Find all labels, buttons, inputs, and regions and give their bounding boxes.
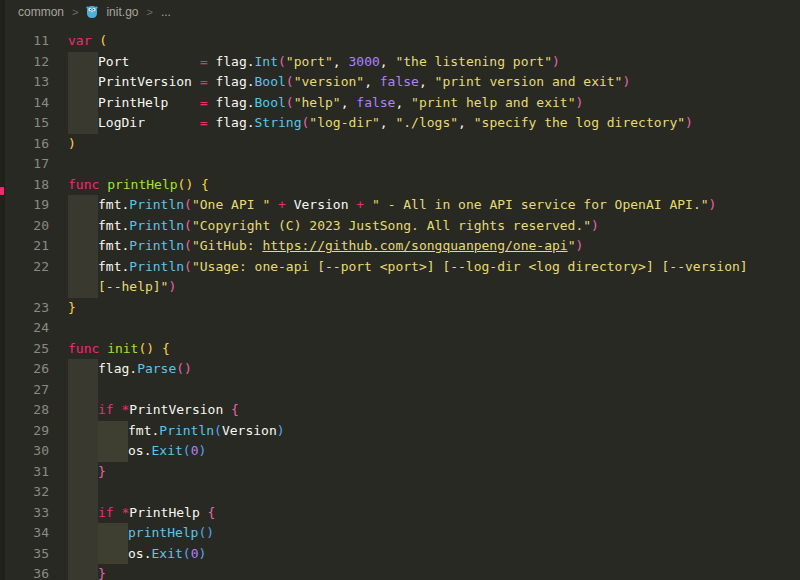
- code-token: flag.: [98, 361, 137, 376]
- code-token: {: [231, 402, 239, 417]
- code-line[interactable]: 27: [0, 380, 800, 401]
- code-token: if: [98, 505, 114, 520]
- line-number: 23: [0, 298, 49, 319]
- code-line[interactable]: 29fmt.Println(Version): [0, 421, 800, 442]
- code-token: "One API ": [192, 197, 270, 212]
- breadcrumb-more[interactable]: ...: [161, 5, 171, 19]
- code-text: [49, 380, 98, 401]
- code-token: Bool: [255, 74, 286, 89]
- code-line[interactable]: 16): [0, 134, 800, 155]
- indent-guide-highlight: [68, 359, 98, 380]
- code-token: fmt.: [98, 238, 129, 253]
- code-token: =: [200, 115, 208, 130]
- indent-guide-highlight: [68, 523, 98, 544]
- code-token: +: [356, 197, 364, 212]
- code-token: (: [214, 423, 222, 438]
- code-token: ): [575, 95, 583, 110]
- code-line[interactable]: 30os.Exit(0): [0, 441, 800, 462]
- code-line[interactable]: [--help]"): [0, 277, 800, 298]
- line-number: 29: [0, 421, 49, 442]
- code-text: fmt.Println("One API " + Version + " - A…: [49, 195, 716, 216]
- code-text: func printHelp() {: [49, 175, 209, 196]
- code-token: [154, 341, 162, 356]
- code-line[interactable]: 14PrintHelp = flag.Bool("help", false, "…: [0, 93, 800, 114]
- code-text: LogDir = flag.String("log-dir", "./logs"…: [49, 113, 693, 134]
- code-line[interactable]: 15LogDir = flag.String("log-dir", "./log…: [0, 113, 800, 134]
- code-token: [286, 197, 294, 212]
- breadcrumb-folder[interactable]: common: [18, 5, 64, 19]
- code-text: }: [49, 564, 106, 580]
- code-token: [--help]": [98, 279, 168, 294]
- code-token: "the listening port": [395, 54, 552, 69]
- indent-guide-highlight: [98, 544, 128, 565]
- code-token: (: [286, 95, 294, 110]
- code-line[interactable]: 17: [0, 154, 800, 175]
- indent-guide-highlight: [68, 257, 98, 278]
- code-line[interactable]: 36}: [0, 564, 800, 580]
- indent-guide-highlight: [68, 482, 98, 503]
- code-line[interactable]: 31}: [0, 462, 800, 483]
- indent-guide-highlight: [68, 277, 98, 298]
- code-token: "specify the log directory": [474, 115, 685, 130]
- code-token: [223, 402, 231, 417]
- line-number: 35: [0, 544, 49, 565]
- code-line[interactable]: 28if *PrintVersion {: [0, 400, 800, 421]
- code-line[interactable]: 34printHelp(): [0, 523, 800, 544]
- line-number: 15: [0, 113, 49, 134]
- code-line[interactable]: 20fmt.Println("Copyright (C) 2023 JustSo…: [0, 216, 800, 237]
- code-token: (): [176, 361, 192, 376]
- code-token: (): [178, 177, 194, 192]
- line-number: 21: [0, 236, 49, 257]
- code-token: if: [98, 402, 114, 417]
- code-line[interactable]: 24: [0, 318, 800, 339]
- code-token: (): [198, 525, 214, 540]
- indent-guide-highlight: [98, 421, 128, 442]
- code-token: (: [286, 74, 294, 89]
- code-token: ): [685, 115, 693, 130]
- code-token: fmt.: [98, 259, 129, 274]
- code-token: (): [138, 341, 154, 356]
- line-number: 30: [0, 441, 49, 462]
- indent-guide-highlight: [68, 113, 98, 134]
- code-line[interactable]: 33if *PrintHelp {: [0, 503, 800, 524]
- code-text: os.Exit(0): [49, 544, 206, 565]
- line-number: 18: [0, 175, 49, 196]
- code-token: ): [552, 54, 560, 69]
- code-text: [49, 154, 68, 175]
- code-line[interactable]: 13PrintVersion = flag.Bool("version", fa…: [0, 72, 800, 93]
- code-area[interactable]: 11var (12Port = flag.Int("port", 3000, "…: [0, 24, 800, 580]
- code-token: ,: [395, 95, 411, 110]
- line-number: 32: [0, 482, 49, 503]
- line-number: 26: [0, 359, 49, 380]
- code-line[interactable]: 21fmt.Println("GitHub: https://github.co…: [0, 236, 800, 257]
- indent-guide-highlight: [68, 380, 98, 401]
- code-line[interactable]: 22fmt.Println("Usage: one-api [--port <p…: [0, 257, 800, 278]
- code-line[interactable]: 11var (: [0, 31, 800, 52]
- code-text: PrintHelp = flag.Bool("help", false, "pr…: [49, 93, 583, 114]
- code-token: "Usage: one-api [--port <port>] [--log-d…: [192, 259, 748, 274]
- line-number: 22: [0, 257, 49, 278]
- line-number: 25: [0, 339, 49, 360]
- line-number: [0, 277, 49, 298]
- code-line[interactable]: 35os.Exit(0): [0, 544, 800, 565]
- gutter-marker: [0, 187, 4, 195]
- code-token: flag.: [215, 95, 254, 110]
- code-token: [99, 341, 107, 356]
- code-line[interactable]: 32: [0, 482, 800, 503]
- code-line[interactable]: 26flag.Parse(): [0, 359, 800, 380]
- chevron-right-icon: >: [146, 6, 152, 18]
- code-line[interactable]: 18func printHelp() {: [0, 175, 800, 196]
- code-line[interactable]: 19fmt.Println("One API " + Version + " -…: [0, 195, 800, 216]
- line-number: 36: [0, 564, 49, 580]
- code-token: "help": [294, 95, 341, 110]
- breadcrumb-file[interactable]: init.go: [106, 5, 138, 19]
- code-token: ,: [380, 54, 396, 69]
- code-line[interactable]: 12Port = flag.Int("port", 3000, "the lis…: [0, 52, 800, 73]
- code-text: ): [49, 134, 76, 155]
- link-url[interactable]: https://github.com/songquanpeng/one-api: [262, 238, 567, 253]
- code-line[interactable]: 25func init() {: [0, 339, 800, 360]
- code-text: fmt.Println("GitHub: https://github.com/…: [49, 236, 583, 257]
- code-token: ,: [341, 95, 357, 110]
- code-line[interactable]: 23}: [0, 298, 800, 319]
- indent-guide-highlight: [68, 236, 98, 257]
